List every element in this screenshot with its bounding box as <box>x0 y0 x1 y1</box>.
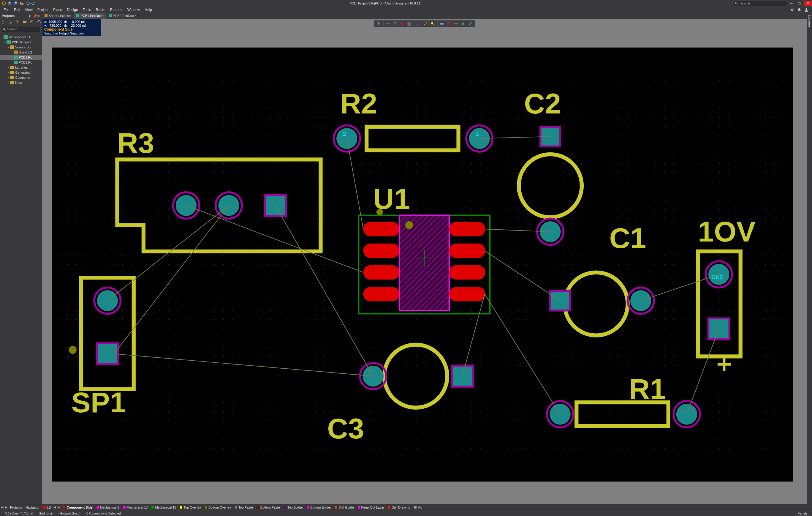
gear-icon[interactable] <box>790 8 794 12</box>
designator-c3[interactable]: C3 <box>327 412 364 445</box>
layer-tab[interactable]: Top Paste <box>233 506 255 509</box>
compile-icon[interactable] <box>8 20 12 24</box>
menu-file[interactable]: File <box>1 7 11 12</box>
open-project-icon[interactable] <box>23 20 27 24</box>
document-tab[interactable]: Sheet1.SchDoc <box>42 13 74 19</box>
line-icon[interactable] <box>467 21 473 27</box>
pin-icon[interactable]: 📌 <box>33 14 36 17</box>
menu-tools[interactable]: Tools <box>81 7 93 12</box>
tree-node[interactable]: Sheet1.S <box>0 50 42 55</box>
align-icon[interactable] <box>399 21 405 27</box>
refresh-icon[interactable] <box>37 20 41 24</box>
locate-icon[interactable] <box>30 20 34 24</box>
bell-icon[interactable] <box>797 8 801 12</box>
pad-c2-2[interactable] <box>537 219 563 245</box>
tree-node[interactable]: ▸Nets <box>0 80 42 85</box>
new-doc-icon[interactable] <box>1 20 5 24</box>
menu-edit[interactable]: Edit <box>11 7 23 12</box>
tree-node[interactable]: ▸Componer <box>0 75 42 80</box>
layer-tab[interactable]: Component Side <box>61 506 94 509</box>
selection-rect-icon[interactable] <box>392 21 398 27</box>
panels-tab-navigator[interactable]: Navigator <box>24 505 41 510</box>
filter-icon[interactable] <box>375 21 382 27</box>
tree-node[interactable]: ▸Libraries <box>0 65 42 70</box>
chevron-down-icon[interactable]: ▾ <box>29 14 32 17</box>
close-button[interactable]: ✕ <box>804 1 812 6</box>
layer-tab[interactable]: Top Overlay <box>178 506 203 509</box>
tree-node[interactable]: PCB1.Pc <box>0 55 42 60</box>
svg-point-2697 <box>223 384 224 384</box>
net-highlight-icon[interactable] <box>422 21 429 27</box>
maximize-button[interactable]: ▢ <box>796 1 803 6</box>
diff-pair-icon[interactable] <box>438 21 445 27</box>
layers-nav-prev[interactable]: ◀ <box>0 505 4 509</box>
document-tab[interactable]: PCB2.PcbDoc * <box>106 13 139 19</box>
via-icon[interactable] <box>446 21 452 27</box>
tree-node[interactable]: ▸Generated <box>0 70 42 75</box>
user-icon[interactable] <box>804 8 808 12</box>
svg-point-3073 <box>737 420 738 421</box>
tree-node[interactable]: ▾Source Do <box>0 45 42 50</box>
menu-route[interactable]: Route <box>93 7 108 12</box>
svg-point-906 <box>673 172 674 173</box>
menu-design[interactable]: Design <box>64 7 80 12</box>
svg-point-3013 <box>186 420 187 421</box>
layer-tab[interactable]: Drill Drawing <box>386 506 412 509</box>
libraries-collapsed-panel[interactable]: Libraries <box>807 13 812 504</box>
panels-button[interactable]: Panels <box>795 511 810 516</box>
projects-search-input[interactable]: Search <box>1 26 41 32</box>
pcb-board[interactable]: R2 C2 R3 U1 C1 1OV SP1 C3 R1 2 1 GND <box>52 48 793 482</box>
save-all-icon[interactable] <box>14 1 18 5</box>
document-tab[interactable]: PCB1.PcbDoc * <box>74 13 106 19</box>
layer-tab[interactable]: Bottom Solder <box>304 506 333 509</box>
dimension-icon[interactable] <box>453 21 459 27</box>
layer-tab[interactable]: Bottom Paste <box>255 506 282 509</box>
menu-reports[interactable]: Reports <box>108 7 125 12</box>
layer-tab[interactable]: Top Solder <box>282 506 305 509</box>
svg-point-1434 <box>379 237 380 237</box>
open-icon[interactable] <box>20 1 24 5</box>
layer-tab[interactable]: Keep-Out Layer <box>356 506 386 509</box>
layer-set-ls[interactable]: LS <box>41 505 53 510</box>
grid-icon[interactable] <box>406 21 412 27</box>
menu-view[interactable]: View <box>23 7 35 12</box>
layer-tab[interactable]: Mu <box>412 506 424 509</box>
redo-icon[interactable] <box>31 1 36 5</box>
panel-close-icon[interactable]: ✕ <box>37 14 40 17</box>
snap-center-icon[interactable] <box>384 21 391 27</box>
designator-10v[interactable]: 1OV <box>698 215 756 248</box>
pad-r2-2[interactable]: 2 <box>334 125 360 152</box>
layer-tab[interactable]: Mechanical 1 <box>94 506 121 509</box>
layer-tab[interactable]: Mechanical 15 <box>149 506 178 509</box>
designator-r2[interactable]: R2 <box>340 87 377 120</box>
svg-point-613 <box>186 145 187 145</box>
compare-icon[interactable] <box>16 20 20 24</box>
pad-c3-2[interactable] <box>360 363 386 389</box>
mask-icon[interactable] <box>429 21 436 27</box>
global-search-input[interactable]: Search <box>734 1 787 6</box>
tree-node[interactable]: PCB2.Pc <box>0 60 42 65</box>
menu-place[interactable]: Place <box>51 7 64 12</box>
route-icon[interactable] <box>415 21 422 27</box>
designator-r3[interactable]: R3 <box>117 127 154 159</box>
menu-help[interactable]: Help <box>142 7 154 12</box>
menu-window[interactable]: Window <box>125 7 143 12</box>
undo-icon[interactable] <box>26 1 30 5</box>
minimize-button[interactable]: ─ <box>788 1 795 6</box>
layerset-prev[interactable]: ◀ <box>53 505 57 509</box>
layer-tab[interactable]: Bottom Overlay <box>203 506 233 509</box>
text-icon[interactable]: A <box>460 21 466 27</box>
tree-node[interactable]: Workspace1.D <box>0 34 42 39</box>
layers-nav-next[interactable]: ▶ <box>4 505 8 509</box>
layer-tab[interactable]: Drill Guide <box>333 506 355 509</box>
tree-node[interactable]: ▾PCB_Project <box>0 39 42 45</box>
menu-project[interactable]: Project <box>35 7 51 12</box>
layer-tab[interactable]: Mechanical 13 <box>121 506 150 509</box>
pcb-canvas-viewport[interactable]: x: 1905.000 dx: 0.000 mil y: 730.000 dy:… <box>42 19 807 504</box>
panels-tab-projects[interactable]: Projects <box>8 505 24 510</box>
designator-c1[interactable]: C1 <box>609 222 646 254</box>
project-tree[interactable]: Workspace1.D▾PCB_Project▾Source DoSheet1… <box>0 34 42 504</box>
save-icon[interactable] <box>8 1 12 5</box>
layerset-next[interactable]: ▶ <box>57 505 61 509</box>
designator-c2[interactable]: C2 <box>524 87 561 120</box>
